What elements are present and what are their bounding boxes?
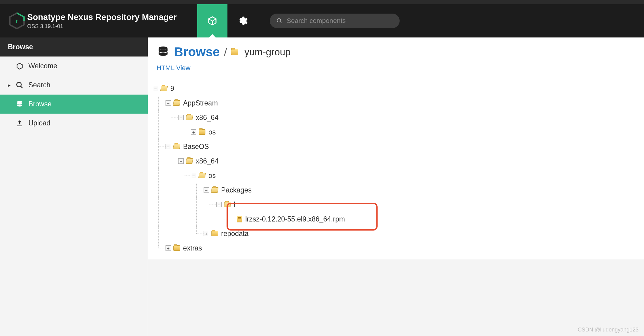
main-content: Browse / yum-group HTML View − 9 − AppSt… xyxy=(148,37,644,336)
search-icon xyxy=(16,81,24,89)
folder-open-icon xyxy=(186,158,193,164)
sidebar-header: Browse xyxy=(0,37,148,57)
sidebar-item-browse[interactable]: Browse xyxy=(0,95,148,114)
app-version: OSS 3.19.1-01 xyxy=(27,23,177,30)
tree-node[interactable]: − Packages xyxy=(153,183,639,197)
sidebar-item-welcome[interactable]: Welcome xyxy=(0,57,148,76)
folder-open-icon xyxy=(160,86,168,91)
collapse-toggle[interactable]: − xyxy=(166,144,171,149)
tree-node-label: AppStream xyxy=(183,99,218,107)
sidebar-item-label: Search xyxy=(28,81,50,89)
upload-icon xyxy=(16,119,24,127)
tree-node[interactable]: − x86_64 xyxy=(153,110,639,125)
search-box[interactable] xyxy=(270,14,400,28)
tree-node-label: x86_64 xyxy=(196,157,218,165)
tree-node-file[interactable]: lrzsz-0.12.20-55.el9.x86_64.rpm xyxy=(153,212,639,226)
nexus-logo-icon: r xyxy=(8,12,25,29)
tree-node[interactable]: − 9 xyxy=(153,81,639,96)
folder-closed-icon xyxy=(199,129,205,135)
gear-icon xyxy=(237,16,248,26)
svg-text:r: r xyxy=(16,18,18,24)
collapse-toggle[interactable]: − xyxy=(178,115,184,120)
sidebar-item-search[interactable]: Search xyxy=(0,76,148,95)
collapse-toggle[interactable]: − xyxy=(191,173,196,178)
collapse-toggle[interactable]: − xyxy=(178,158,184,164)
tree-node-label: os xyxy=(208,172,216,180)
collapse-toggle[interactable]: − xyxy=(153,86,158,91)
database-icon xyxy=(16,100,24,108)
watermark: CSDN @liudongyang123 xyxy=(578,327,639,333)
breadcrumb-repo-label: yum-group xyxy=(244,47,291,58)
svg-point-3 xyxy=(17,101,22,103)
breadcrumb-separator: / xyxy=(224,46,227,58)
sidebar: Browse Welcome Search Browse Upload xyxy=(0,37,148,336)
tree-node-label: lrzsz-0.12.20-55.el9.x86_64.rpm xyxy=(245,215,345,223)
breadcrumb-repo: yum-group xyxy=(231,47,291,58)
tree-node-label: repodata xyxy=(221,230,249,238)
breadcrumb-title[interactable]: Browse xyxy=(174,45,220,59)
tree-node[interactable]: + repodata xyxy=(153,226,639,241)
nav-cube-button[interactable] xyxy=(197,4,227,37)
tree-node-label: BaseOS xyxy=(183,143,209,151)
sidebar-item-upload[interactable]: Upload xyxy=(0,114,148,133)
tree-node[interactable]: − AppStream xyxy=(153,96,639,110)
tree-node[interactable]: + os xyxy=(153,125,639,139)
folder-open-icon xyxy=(211,187,219,193)
tree-node-label: l xyxy=(234,201,235,209)
tree-node[interactable]: − os xyxy=(153,168,639,183)
package-file-icon xyxy=(237,216,242,222)
tree-node-label: extras xyxy=(183,244,202,252)
folder-open-icon xyxy=(173,144,181,149)
tree-node[interactable]: − BaseOS xyxy=(153,139,639,154)
collapse-toggle[interactable]: − xyxy=(166,100,171,106)
expand-toggle[interactable]: + xyxy=(166,245,171,251)
sidebar-item-label: Browse xyxy=(28,100,52,108)
folder-closed-icon xyxy=(211,231,218,236)
nav-settings-button[interactable] xyxy=(227,4,258,37)
folder-group-icon xyxy=(231,49,238,55)
collapse-toggle[interactable]: − xyxy=(204,187,209,193)
tree-node-label: Packages xyxy=(221,186,252,194)
sub-toolbar: HTML View xyxy=(148,62,644,77)
folder-open-icon xyxy=(198,173,206,178)
empty-area xyxy=(148,260,644,336)
tree-node[interactable]: − x86_64 xyxy=(153,154,639,168)
brand-block: r Sonatype Nexus Repository Manager OSS … xyxy=(0,12,185,30)
svg-marker-2 xyxy=(17,63,22,69)
hexagon-icon xyxy=(16,62,24,70)
breadcrumb: Browse / yum-group xyxy=(148,37,644,62)
tree-node[interactable]: + extras xyxy=(153,241,639,255)
folder-open-icon xyxy=(186,115,193,120)
tree-view: − 9 − AppStream − x86_64 + xyxy=(148,77,644,260)
tree-node[interactable]: − l xyxy=(153,197,639,212)
folder-open-icon xyxy=(224,202,231,207)
expand-toggle[interactable]: + xyxy=(204,231,209,236)
app-header: r Sonatype Nexus Repository Manager OSS … xyxy=(0,4,644,37)
sidebar-item-label: Welcome xyxy=(28,62,57,70)
tree-node-label: x86_64 xyxy=(196,114,218,122)
cube-icon xyxy=(207,15,218,26)
sidebar-item-label: Upload xyxy=(28,119,50,127)
search-icon xyxy=(276,18,282,24)
toggle-spacer xyxy=(229,216,234,222)
search-input[interactable] xyxy=(287,17,393,25)
svg-point-4 xyxy=(159,47,167,50)
html-view-link[interactable]: HTML View xyxy=(156,64,190,72)
folder-open-icon xyxy=(173,100,181,106)
database-icon xyxy=(156,45,170,59)
folder-closed-icon xyxy=(173,245,180,251)
tree-node-label: 9 xyxy=(170,85,174,93)
app-title: Sonatype Nexus Repository Manager xyxy=(27,12,177,22)
expand-toggle[interactable]: + xyxy=(191,129,196,135)
tree-node-label: os xyxy=(208,128,216,136)
window-chrome-strip xyxy=(0,0,644,4)
collapse-toggle[interactable]: − xyxy=(216,202,222,207)
